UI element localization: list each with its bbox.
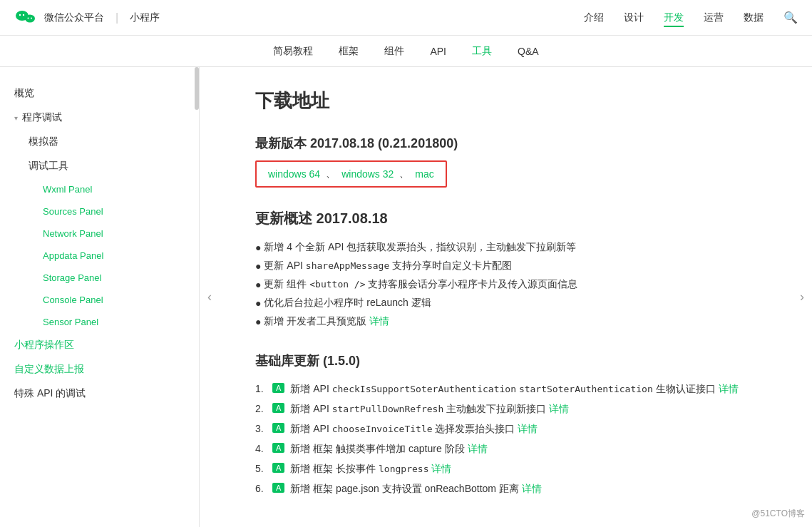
list-item: ● 更新 API shareAppMessage 支持分享时自定义卡片配图 (255, 257, 756, 275)
sidebar-item-sources-panel[interactable]: Sources Panel (0, 200, 199, 222)
sidebar-item-special-api[interactable]: 特殊 API 的调试 (0, 382, 199, 406)
sidebar-item-console-panel[interactable]: Console Panel (0, 289, 199, 311)
list-item: 1. A 新增 API checkIsSupportSoterAuthentic… (255, 379, 756, 399)
svg-point-4 (28, 17, 29, 19)
lib-section-title: 基础库更新 (1.5.0) (255, 352, 756, 369)
list-item: ● 新增 4 个全新 API 包括获取发票抬头，指纹识别，主动触发下拉刷新等 (255, 238, 756, 257)
sidebar-item-network-panel[interactable]: Network Panel (0, 222, 199, 245)
download-mac[interactable]: mac (415, 168, 433, 180)
nav-ops[interactable]: 运营 (704, 9, 724, 27)
download-win32[interactable]: windows 32 (341, 168, 394, 180)
bullet-icon: ● (255, 316, 261, 327)
sidebar-item-storage-panel[interactable]: Storage Panel (0, 267, 199, 289)
svg-point-3 (25, 14, 35, 22)
sidebar: 概览 ▾ 程序调试 模拟器 调试工具 Wxml Panel Sources Pa… (0, 67, 200, 527)
list-item: 4. A 新增 框架 触摸类事件增加 capture 阶段 详情 (255, 439, 756, 459)
list-item: ● 更新 组件 <button /> 支持客服会话分享小程序卡片及传入源页面信息 (255, 275, 756, 294)
sub-nav-tutorial[interactable]: 简易教程 (273, 45, 313, 58)
lib-detail-link-6[interactable]: 详情 (522, 483, 542, 494)
list-item: ● 优化后台拉起小程序时 reLaunch 逻辑 (255, 294, 756, 312)
nav-data[interactable]: 数据 (744, 9, 764, 27)
svg-point-2 (23, 14, 24, 15)
sidebar-group-debug[interactable]: ▾ 程序调试 (0, 106, 199, 130)
sep-2: 、 (399, 168, 409, 180)
bullet-icon: ● (255, 242, 261, 253)
sidebar-item-devtools[interactable]: 调试工具 (0, 154, 199, 178)
sidebar-item-overview[interactable]: 概览 (0, 81, 199, 106)
sub-nav-api[interactable]: API (430, 46, 446, 57)
bullet-icon: ● (255, 260, 261, 272)
sub-nav-tools[interactable]: 工具 (472, 45, 492, 58)
lib-detail-link-5[interactable]: 详情 (431, 463, 451, 474)
prev-arrow[interactable]: ‹ (200, 67, 220, 527)
sub-nav-components[interactable]: 组件 (384, 45, 404, 58)
header-nav: 介绍 设计 开发 运营 数据 🔍 (584, 9, 798, 27)
lib-list: 1. A 新增 API checkIsSupportSoterAuthentic… (255, 379, 756, 499)
chevron-down-icon: ▾ (14, 114, 18, 122)
header-divider: | (115, 11, 118, 24)
list-item: 2. A 新增 API startPullDownRefresh 主动触发下拉刷… (255, 399, 756, 419)
watermark: @51CTO博客 (751, 508, 805, 520)
download-win64[interactable]: windows 64 (268, 168, 320, 180)
list-item: 5. A 新增 框架 长按事件 longpress 详情 (255, 459, 756, 479)
sidebar-item-appdata-panel[interactable]: Appdata Panel (0, 245, 199, 267)
main-content: 下载地址 最新版本 2017.08.18 (0.21.201800) windo… (220, 67, 792, 527)
page-title: 下载地址 (255, 88, 756, 113)
update-section-title: 更新概述 2017.08.18 (255, 209, 756, 228)
nav-intro[interactable]: 介绍 (584, 9, 604, 27)
lib-detail-link-1[interactable]: 详情 (719, 383, 739, 394)
sidebar-item-miniapp-area[interactable]: 小程序操作区 (0, 333, 199, 357)
sub-nav-framework[interactable]: 框架 (339, 45, 359, 58)
next-arrow[interactable]: › (792, 67, 812, 527)
list-item: ● 新增 开发者工具预览版 详情 (255, 312, 756, 331)
latest-version: 最新版本 2017.08.18 (0.21.201800) (255, 135, 756, 152)
header: 微信公众平台 | 小程序 介绍 设计 开发 运营 数据 🔍 (0, 0, 812, 36)
bullet-icon: ● (255, 297, 261, 309)
preview-detail-link[interactable]: 详情 (369, 315, 389, 327)
nav-design[interactable]: 设计 (624, 9, 644, 27)
update-section: 更新概述 2017.08.18 ● 新增 4 个全新 API 包括获取发票抬头，… (255, 209, 756, 331)
lib-detail-link-3[interactable]: 详情 (518, 423, 538, 434)
sidebar-item-simulator[interactable]: 模拟器 (0, 130, 199, 154)
sidebar-item-sensor-panel[interactable]: Sensor Panel (0, 311, 199, 333)
list-item: 3. A 新增 API chooseInvoiceTitle 选择发票抬头接口 … (255, 419, 756, 439)
lib-detail-link-4[interactable]: 详情 (468, 443, 488, 454)
sep-1: 、 (326, 168, 336, 180)
search-icon[interactable]: 🔍 (783, 11, 798, 24)
header-left: 微信公众平台 | 小程序 (14, 6, 160, 29)
nav-dev[interactable]: 开发 (664, 9, 684, 27)
layout: 概览 ▾ 程序调试 模拟器 调试工具 Wxml Panel Sources Pa… (0, 67, 812, 527)
svg-point-1 (19, 14, 21, 15)
lib-detail-link-2[interactable]: 详情 (549, 403, 569, 414)
scrollbar[interactable] (195, 67, 199, 110)
wechat-logo-icon (14, 6, 37, 29)
sub-nav-qa[interactable]: Q&A (518, 46, 539, 57)
product-name: 小程序 (130, 11, 160, 24)
list-item: 6. A 新增 框架 page.json 支持设置 onReachBottom … (255, 479, 756, 499)
sub-nav: 简易教程 框架 组件 API 工具 Q&A (0, 36, 812, 67)
sidebar-item-wxml-panel[interactable]: Wxml Panel (0, 178, 199, 200)
lib-section: 基础库更新 (1.5.0) 1. A 新增 API checkIsSupport… (255, 352, 756, 499)
site-name: 微信公众平台 (44, 11, 104, 24)
svg-point-5 (31, 17, 32, 19)
sidebar-item-custom-report[interactable]: 自定义数据上报 (0, 357, 199, 382)
update-list: ● 新增 4 个全新 API 包括获取发票抬头，指纹识别，主动触发下拉刷新等 ●… (255, 238, 756, 331)
download-links-box: windows 64 、 windows 32 、 mac (255, 160, 447, 188)
bullet-icon: ● (255, 279, 261, 290)
